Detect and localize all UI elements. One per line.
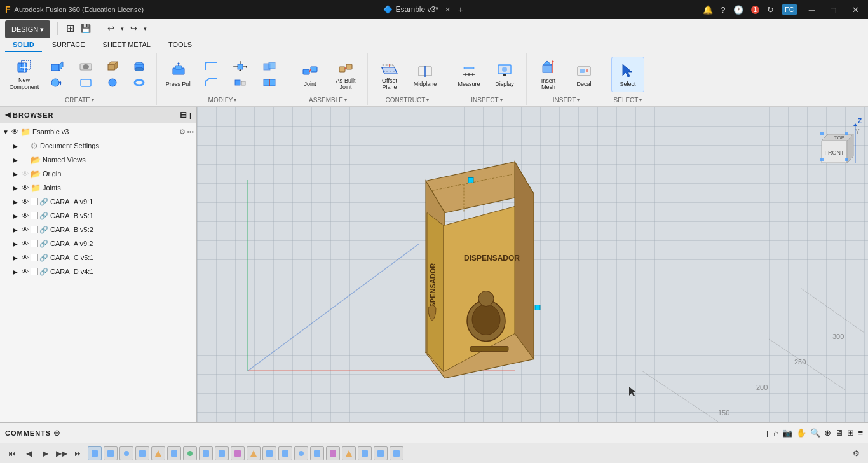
close-btn[interactable]: ✕ bbox=[848, 4, 863, 16]
hole-btn[interactable] bbox=[74, 59, 98, 74]
tree-doc-settings[interactable]: ▶ ⚙ Document Settings bbox=[0, 139, 196, 153]
tab-tools[interactable]: TOOLS bbox=[161, 38, 200, 52]
timeline-item-4[interactable] bbox=[135, 446, 149, 460]
split-body-btn[interactable] bbox=[256, 75, 283, 91]
revolve-btn[interactable] bbox=[43, 75, 71, 91]
cara-b1-expand[interactable]: ▶ bbox=[13, 212, 22, 219]
redo-arrow[interactable]: ▾ bbox=[141, 21, 149, 36]
timeline-item-19[interactable] bbox=[374, 446, 388, 460]
help-icon[interactable]: ? bbox=[721, 5, 725, 15]
tree-root[interactable]: ▼ 👁 📁 Esamble v3 ⚙ ••• bbox=[0, 125, 196, 139]
zoom-in-icon[interactable]: 🔍 bbox=[810, 428, 820, 438]
display-mode-icon[interactable]: 🖥 bbox=[835, 428, 843, 438]
browser-pin-icon[interactable]: | bbox=[189, 111, 191, 119]
tree-cara-a-v91[interactable]: ▶ 👁 🔗 CARA_A v9:1 bbox=[0, 195, 196, 209]
cara-a1-expand[interactable]: ▶ bbox=[13, 198, 22, 205]
press-pull-btn[interactable]: Press Pull bbox=[162, 57, 195, 92]
display-settings-btn[interactable]: Display bbox=[488, 57, 521, 92]
fillet-btn[interactable] bbox=[198, 59, 224, 74]
timeline-item-5[interactable] bbox=[151, 446, 165, 460]
cara-a2-checkbox[interactable] bbox=[31, 240, 38, 247]
select-btn[interactable]: Select bbox=[611, 57, 644, 92]
midplane-btn[interactable]: Midplane bbox=[409, 57, 442, 92]
minimize-btn[interactable]: ─ bbox=[805, 4, 818, 16]
tree-cara-d-v41[interactable]: ▶ 👁 🔗 CARA_D v4:1 bbox=[0, 265, 196, 279]
create-arrow[interactable]: ▾ bbox=[92, 97, 94, 103]
tree-cara-a-v92[interactable]: ▶ 👁 🔗 CARA_A v9:2 bbox=[0, 237, 196, 251]
notification-icon[interactable]: 🔔 bbox=[703, 5, 713, 15]
timeline-settings-btn[interactable]: ⚙ bbox=[849, 446, 863, 460]
origin-expand-icon[interactable]: ▶ bbox=[13, 170, 22, 177]
extrude-btn[interactable] bbox=[43, 59, 71, 74]
cara-a1-eye[interactable]: 👁 bbox=[22, 198, 31, 205]
torus-btn[interactable] bbox=[127, 75, 151, 91]
tab-sheet-metal[interactable]: SHEET METAL bbox=[95, 38, 158, 52]
joint-btn[interactable]: Joint bbox=[294, 57, 327, 92]
shell-btn[interactable] bbox=[74, 75, 98, 91]
timeline-item-9[interactable] bbox=[215, 446, 229, 460]
user-avatar[interactable]: FC bbox=[782, 4, 797, 15]
timeline-item-14[interactable] bbox=[294, 446, 308, 460]
root-expand-icon[interactable]: ▼ bbox=[3, 128, 11, 135]
more-options-icon[interactable]: ≡ bbox=[858, 428, 863, 438]
restore-btn[interactable]: ◻ bbox=[826, 4, 841, 16]
cara-b2-eye[interactable]: 👁 bbox=[22, 226, 31, 233]
box-btn[interactable] bbox=[100, 59, 125, 74]
camera-icon[interactable]: 📷 bbox=[782, 428, 792, 438]
viewport[interactable]: 300 250 200 150 DISPENSADOR bbox=[197, 107, 868, 422]
new-component-btn[interactable]: NewComponent bbox=[8, 57, 41, 92]
insert-mesh-btn[interactable]: InsertMesh bbox=[532, 57, 565, 92]
move-btn[interactable] bbox=[227, 59, 254, 74]
refresh-icon[interactable]: ↻ bbox=[767, 5, 774, 15]
tree-cara-b-v52[interactable]: ▶ 👁 🔗 CARA_B v5:2 bbox=[0, 223, 196, 237]
named-views-expand-icon[interactable]: ▶ bbox=[13, 156, 22, 163]
timeline-first-btn[interactable]: ⏮ bbox=[5, 446, 19, 460]
home-icon[interactable]: ⌂ bbox=[773, 428, 778, 438]
as-built-joint-btn[interactable]: As-BuiltJoint bbox=[329, 57, 362, 92]
browser-back-icon[interactable]: ◀ bbox=[5, 111, 10, 119]
cara-a1-checkbox[interactable] bbox=[31, 198, 38, 205]
timeline-item-11[interactable] bbox=[247, 446, 261, 460]
timeline-item-15[interactable] bbox=[310, 446, 324, 460]
root-dot-icon[interactable]: ••• bbox=[187, 128, 194, 135]
assemble-arrow[interactable]: ▾ bbox=[344, 97, 347, 103]
grid-icon[interactable]: ⊞ bbox=[847, 428, 854, 438]
timeline-prev-btn[interactable]: ◀ bbox=[22, 446, 36, 460]
construct-arrow[interactable]: ▾ bbox=[426, 97, 429, 103]
timeline-item-12[interactable] bbox=[262, 446, 276, 460]
tree-origin[interactable]: ▶ 👁 📂 Origin bbox=[0, 167, 196, 181]
cara-b1-checkbox[interactable] bbox=[31, 212, 38, 219]
undo-btn[interactable]: ↩ bbox=[103, 21, 118, 36]
timeline-item-6[interactable] bbox=[167, 446, 181, 460]
cara-c1-checkbox[interactable] bbox=[31, 254, 38, 261]
design-dropdown-btn[interactable]: DESIGN ▾ bbox=[5, 20, 50, 38]
doc-expand-icon[interactable]: ▶ bbox=[13, 142, 22, 149]
timeline-item-10[interactable] bbox=[231, 446, 245, 460]
chamfer-btn[interactable] bbox=[198, 75, 224, 91]
modify-arrow[interactable]: ▾ bbox=[234, 97, 236, 103]
timeline-play-btn[interactable]: ▶ bbox=[38, 446, 52, 460]
undo-arrow[interactable]: ▾ bbox=[118, 21, 126, 36]
timeline-item-3[interactable] bbox=[119, 446, 133, 460]
root-eye-icon[interactable]: 👁 bbox=[11, 128, 20, 135]
cara-b1-eye[interactable]: 👁 bbox=[22, 212, 31, 219]
tree-named-views[interactable]: ▶ 📂 Named Views bbox=[0, 153, 196, 167]
cara-c1-eye[interactable]: 👁 bbox=[22, 254, 31, 261]
timeline-item-7[interactable] bbox=[183, 446, 197, 460]
tab-close-btn[interactable]: ✕ bbox=[445, 6, 451, 14]
combine-btn[interactable] bbox=[256, 59, 283, 74]
joints-expand-icon[interactable]: ▶ bbox=[13, 184, 22, 191]
tree-cara-c-v51[interactable]: ▶ 👁 🔗 CARA_C v5:1 bbox=[0, 251, 196, 265]
cara-b2-checkbox[interactable] bbox=[31, 226, 38, 233]
timeline-item-13[interactable] bbox=[278, 446, 292, 460]
cara-d1-expand[interactable]: ▶ bbox=[13, 268, 22, 275]
timeline-item-17[interactable] bbox=[342, 446, 356, 460]
file-menu-icon[interactable]: ⊞ bbox=[62, 21, 78, 36]
timeline-item-18[interactable] bbox=[358, 446, 372, 460]
comments-pin-icon[interactable]: | bbox=[766, 429, 768, 437]
decal-btn[interactable]: Decal bbox=[567, 57, 600, 92]
timeline-last-btn[interactable]: ⏭ bbox=[71, 446, 85, 460]
pan-icon[interactable]: ✋ bbox=[796, 428, 806, 438]
inspect-arrow[interactable]: ▾ bbox=[500, 97, 503, 103]
root-settings-icon[interactable]: ⚙ bbox=[179, 128, 186, 136]
